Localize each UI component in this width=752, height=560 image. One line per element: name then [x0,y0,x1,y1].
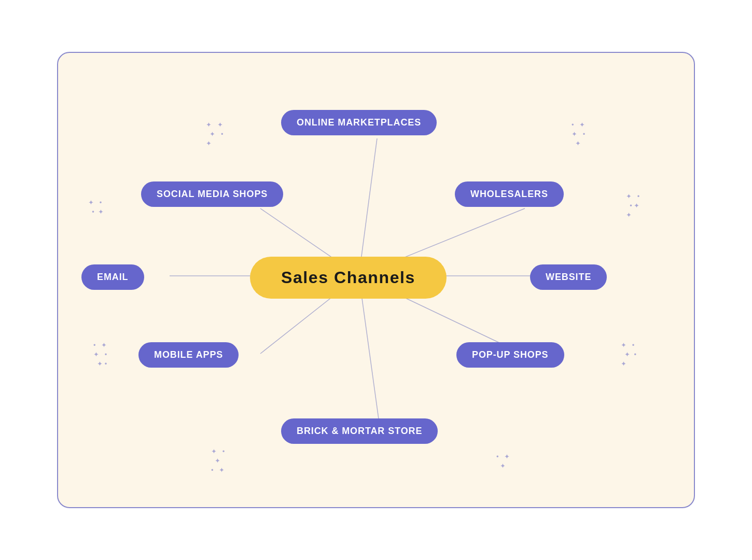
svg-line-0 [359,138,377,276]
node-website: WEBSITE [530,264,607,290]
node-wholesalers: WHOLESALERS [455,181,564,207]
deco-bml: ✦ • ✦ • ✦ [211,447,225,475]
deco-right: ✦ • • ✦ ✦ [626,192,639,220]
node-online-marketplaces: ONLINE MARKETPLACES [281,110,437,135]
deco-tr1: • ✦ ✦ • ✦ [572,120,585,149]
node-pop-up-shops: POP-UP SHOPS [456,342,564,368]
node-social-media-shops: SOCIAL MEDIA SHOPS [141,181,283,207]
deco-bl: • ✦ ✦ • ✦ • [93,341,107,369]
deco-bmr: • ✦ ✦ [496,452,510,471]
node-brick-mortar: BRICK & MORTAR STORE [281,418,438,444]
node-mobile-apps: MOBILE APPS [138,342,239,368]
node-email: EMAIL [81,264,144,290]
node-center: Sales Channels [250,257,447,299]
deco-br: ✦ • ✦ • ✦ [621,341,636,369]
deco-tl1: ✦ ✦ ✦ • ✦ [206,120,224,149]
diagram-container: ✦ ✦ ✦ • ✦ ✦ • • ✦ • ✦ ✦ • ✦ ✦ • • ✦ ✦ • … [57,52,695,508]
deco-left: ✦ • • ✦ [88,198,104,217]
